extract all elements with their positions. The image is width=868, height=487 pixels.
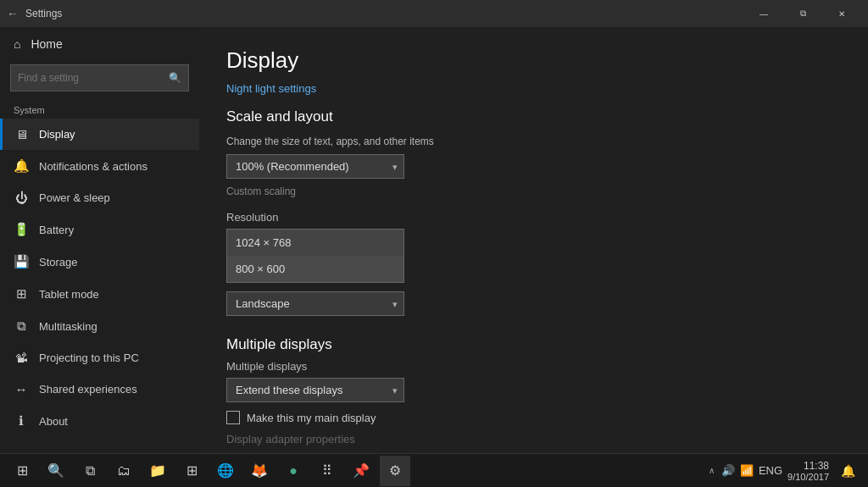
scale-desc: Change the size of text, apps, and other… [226,136,841,147]
scale-dropdown[interactable]: 100% (Recommended) 125% 150% 175% [226,154,404,179]
custom-scaling-link: Custom scaling [226,185,841,197]
search-button[interactable]: 🔍 [41,456,71,486]
minimize-button[interactable]: — [744,0,783,27]
extend-dropdown[interactable]: Duplicate these displays Extend these di… [226,378,404,402]
sidebar-item-display[interactable]: 🖥 Display [0,119,199,150]
search-input[interactable] [18,72,169,84]
storage-icon: 💾 [14,254,29,269]
taskview-button[interactable]: ⧉ [75,456,105,486]
sidebar-label-shared: Shared experiences [39,383,137,396]
sidebar-item-storage[interactable]: 💾 Storage [0,246,199,278]
sidebar: ⌂ Home 🔍 System 🖥 Display 🔔 Notification… [0,27,199,453]
sidebar-label-power: Power & sleep [39,191,110,204]
projecting-icon: 📽 [14,351,29,365]
sidebar-item-notifications[interactable]: 🔔 Notifications & actions [0,150,199,182]
main-display-checkbox[interactable] [226,411,240,424]
taskbar-app-settings[interactable]: ⚙ [380,456,410,486]
resolution-option-1[interactable]: 1024 × 768 [227,230,403,256]
scale-dropdown-wrapper: 100% (Recommended) 125% 150% 175% ▾ [226,154,404,179]
sidebar-label-display: Display [39,128,75,141]
main-display-label: Make this my main display [247,412,376,424]
taskbar-app-explorer[interactable]: 🗂 [108,456,139,486]
tray-lang[interactable]: ENG [759,464,782,477]
taskbar-app-store[interactable]: ⊞ [176,456,207,486]
tray-expand[interactable]: ∧ [709,466,715,475]
taskbar-app-folder[interactable]: 📁 [142,456,173,486]
home-icon: ⌂ [14,37,20,51]
scale-layout-title: Scale and layout [226,108,841,125]
titlebar-left: ← Settings [7,7,62,20]
sidebar-label-storage: Storage [39,256,78,268]
multiple-displays-title: Multiple displays [226,336,841,353]
back-button[interactable]: ← [7,7,19,20]
notification-button[interactable]: 🔔 [834,457,861,484]
sidebar-item-projecting[interactable]: 📽 Projecting to this PC [0,342,199,374]
main-display-row: Make this my main display [226,411,841,424]
resolution-label: Resolution [226,211,841,224]
clock-date: 9/10/2017 [787,472,829,482]
taskbar-left: ⊞ 🔍 ⧉ 🗂 📁 ⊞ 🌐 🦊 ● ⠿ 📌 ⚙ [7,456,410,486]
sidebar-item-tablet[interactable]: ⊞ Tablet mode [0,278,199,310]
sidebar-item-about[interactable]: ℹ About [0,405,199,437]
tray-icon-volume[interactable]: 🔊 [721,464,735,477]
sidebar-label-projecting: Projecting to this PC [39,351,139,364]
taskbar-app-grid[interactable]: ⠿ [312,456,342,486]
home-label: Home [31,37,62,51]
app-body: ⌂ Home 🔍 System 🖥 Display 🔔 Notification… [0,27,868,453]
night-light-link[interactable]: Night light settings [226,82,316,95]
extend-dropdown-wrapper: Duplicate these displays Extend these di… [226,378,404,402]
taskbar-app-browser2[interactable]: 🦊 [244,456,275,486]
sidebar-home[interactable]: ⌂ Home [0,27,199,61]
sidebar-label-notifications: Notifications & actions [39,160,147,173]
sidebar-item-multitasking[interactable]: ⧉ Multitasking [0,310,199,342]
multitasking-icon: ⧉ [14,318,29,334]
multiple-displays-label: Multiple displays [226,360,841,373]
titlebar-controls: — ⧉ ✕ [744,0,861,27]
sidebar-label-multitasking: Multitasking [39,320,97,333]
search-icon: 🔍 [169,72,181,84]
clock-time: 11:38 [787,460,829,472]
notifications-icon: 🔔 [14,158,29,174]
tablet-icon: ⊞ [14,286,29,302]
sidebar-label-battery: Battery [39,224,74,236]
sidebar-label-about: About [39,415,68,428]
shared-icon: ↔ [14,382,29,396]
close-button[interactable]: ✕ [822,0,861,27]
taskbar-app-sticky[interactable]: 📌 [346,456,376,486]
search-box: 🔍 [10,64,189,91]
about-icon: ℹ [14,413,29,429]
sidebar-label-tablet: Tablet mode [39,288,99,301]
taskbar-app-browser1[interactable]: 🌐 [210,456,241,486]
orientation-dropdown[interactable]: Landscape Portrait Landscape (flipped) P… [226,291,404,316]
display-icon: 🖥 [14,127,29,141]
titlebar-title: Settings [25,8,62,19]
resolution-dropdown-open: 1024 × 768 800 × 600 [226,229,404,283]
sidebar-item-battery[interactable]: 🔋 Battery [0,213,199,246]
titlebar: ← Settings — ⧉ ✕ [0,0,868,27]
restore-button[interactable]: ⧉ [783,0,822,27]
power-icon: ⏻ [14,191,29,205]
page-title: Display [226,47,841,74]
sidebar-item-shared[interactable]: ↔ Shared experiences [0,374,199,405]
sidebar-item-power[interactable]: ⏻ Power & sleep [0,182,199,213]
content-area: Display Night light settings Scale and l… [199,27,868,453]
system-section-label: System [0,98,199,119]
taskbar-app-browser3[interactable]: ● [278,456,309,486]
taskbar: ⊞ 🔍 ⧉ 🗂 📁 ⊞ 🌐 🦊 ● ⠿ 📌 ⚙ ∧ 🔊 📶 ENG 11:38 … [0,453,868,487]
start-button[interactable]: ⊞ [7,456,37,486]
resolution-option-2[interactable]: 800 × 600 [227,256,403,282]
battery-icon: 🔋 [14,222,29,237]
taskbar-right: ∧ 🔊 📶 ENG 11:38 9/10/2017 🔔 [709,457,861,484]
taskbar-clock[interactable]: 11:38 9/10/2017 [787,460,829,482]
tray-icon-network[interactable]: 📶 [740,464,754,477]
adapter-properties-link: Display adapter properties [226,433,841,445]
orientation-dropdown-wrapper: Landscape Portrait Landscape (flipped) P… [226,291,404,316]
